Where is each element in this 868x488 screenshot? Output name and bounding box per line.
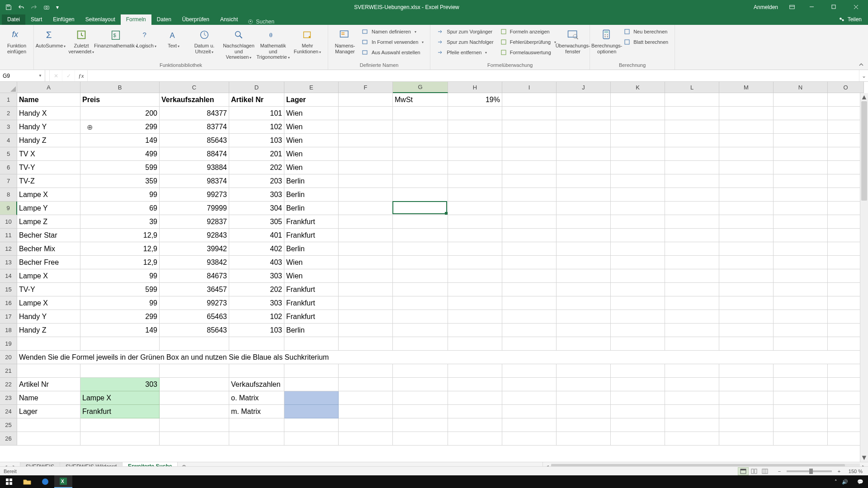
cell-H15[interactable] — [448, 283, 502, 296]
cell-G19[interactable] — [393, 337, 448, 351]
cell-M21[interactable] — [719, 364, 774, 378]
notifications-icon[interactable]: 💬 — [857, 479, 863, 485]
cell-N18[interactable] — [774, 324, 828, 337]
cell-F10[interactable] — [339, 215, 393, 229]
share-button[interactable]: Teilen — [832, 14, 868, 25]
cell-N26[interactable] — [774, 432, 828, 446]
cell-E3[interactable]: Wien — [284, 120, 339, 134]
cell-G16[interactable] — [393, 296, 448, 310]
row-header-6[interactable]: 6 — [0, 161, 17, 174]
cell-H22[interactable] — [448, 378, 502, 391]
cell-F1[interactable] — [339, 93, 393, 107]
cell-D22[interactable]: Verkaufszahlen — [229, 378, 284, 391]
cell-L23[interactable] — [665, 391, 719, 405]
lib-datum-u-uhrzeit-button[interactable]: Datum u. Uhrzeit▾ — [188, 27, 221, 55]
tell-me-search[interactable]: Suchen — [243, 19, 279, 25]
cell-O12[interactable] — [828, 242, 864, 256]
row-header-24[interactable]: 24 — [0, 405, 17, 418]
cell-E11[interactable]: Frankfurt — [284, 229, 339, 242]
cell-B22[interactable]: 303 — [80, 378, 160, 391]
cell-I24[interactable] — [502, 405, 557, 418]
cell-A19[interactable] — [17, 337, 80, 351]
cell-C1[interactable]: Verkaufszahlen — [160, 93, 229, 107]
cell-D9[interactable]: 304 — [229, 202, 284, 215]
row-header-8[interactable]: 8 — [0, 188, 17, 202]
cell-H16[interactable] — [448, 296, 502, 310]
cell-D24[interactable]: m. Matrix — [229, 405, 284, 418]
cell-G22[interactable] — [393, 378, 448, 391]
cell-A8[interactable]: Lampe X — [17, 188, 80, 202]
cell-E17[interactable]: Frankfurt — [284, 310, 339, 324]
cell-I1[interactable] — [502, 93, 557, 107]
row-header-18[interactable]: 18 — [0, 324, 17, 337]
cell-I15[interactable] — [502, 283, 557, 296]
cell-F23[interactable] — [339, 391, 393, 405]
cell-D26[interactable] — [229, 432, 284, 446]
defined-names-2[interactable]: Aus Auswahl erstellen — [359, 47, 426, 57]
lib-finanzmathematik-button[interactable]: $Finanzmathematik▾ — [99, 27, 132, 50]
cell-B12[interactable]: 12,9 — [80, 242, 160, 256]
cell-J23[interactable] — [557, 391, 611, 405]
cell-J1[interactable] — [557, 93, 611, 107]
cell-O7[interactable] — [828, 174, 864, 188]
cell-D18[interactable]: 103 — [229, 324, 284, 337]
cell-D25[interactable] — [229, 418, 284, 432]
cell-F22[interactable] — [339, 378, 393, 391]
zoom-level[interactable]: 150 % — [843, 469, 864, 474]
cell-O5[interactable] — [828, 147, 864, 161]
cell-L12[interactable] — [665, 242, 719, 256]
cell-O18[interactable] — [828, 324, 864, 337]
cell-A20[interactable]: Wenden Sie die Formel jeweils in der Grü… — [17, 351, 864, 364]
cell-E12[interactable]: Berlin — [284, 242, 339, 256]
cell-A17[interactable]: Handy Y — [17, 310, 80, 324]
cell-G23[interactable] — [393, 391, 448, 405]
cell-J3[interactable] — [557, 120, 611, 134]
col-header-F[interactable]: F — [339, 82, 393, 93]
cell-L19[interactable] — [665, 337, 719, 351]
redo-icon[interactable] — [29, 2, 39, 12]
cell-N8[interactable] — [774, 188, 828, 202]
tab-überprüfen[interactable]: Überprüfen — [177, 14, 215, 25]
cell-B4[interactable]: 149 — [80, 134, 160, 147]
cell-O15[interactable] — [828, 283, 864, 296]
cell-H24[interactable] — [448, 405, 502, 418]
calc-1[interactable]: Blatt berechnen — [621, 37, 671, 47]
row-header-19[interactable]: 19 — [0, 337, 17, 351]
calc-0[interactable]: Neu berechnen — [621, 27, 671, 37]
cell-H9[interactable] — [448, 202, 502, 215]
cell-E4[interactable]: Wien — [284, 134, 339, 147]
cell-N21[interactable] — [774, 364, 828, 378]
row-header-16[interactable]: 16 — [0, 296, 17, 310]
cell-L16[interactable] — [665, 296, 719, 310]
col-header-E[interactable]: E — [284, 82, 339, 93]
file-explorer-icon[interactable] — [18, 475, 36, 488]
cell-H6[interactable] — [448, 161, 502, 174]
formula-input[interactable] — [88, 70, 859, 81]
cell-K25[interactable] — [611, 418, 665, 432]
cell-J2[interactable] — [557, 107, 611, 120]
cell-A4[interactable]: Handy Z — [17, 134, 80, 147]
cell-N14[interactable] — [774, 269, 828, 283]
cell-C11[interactable]: 92843 — [160, 229, 229, 242]
cell-F24[interactable] — [339, 405, 393, 418]
cell-N11[interactable] — [774, 229, 828, 242]
cell-D17[interactable]: 102 — [229, 310, 284, 324]
lib-autosumme-button[interactable]: ΣAutoSumme▾ — [38, 27, 64, 50]
cell-A3[interactable]: Handy Y — [17, 120, 80, 134]
normal-view-button[interactable] — [738, 467, 749, 475]
cell-J19[interactable] — [557, 337, 611, 351]
cell-O17[interactable] — [828, 310, 864, 324]
row-header-2[interactable]: 2 — [0, 107, 17, 120]
cell-N16[interactable] — [774, 296, 828, 310]
cell-G6[interactable] — [393, 161, 448, 174]
cell-A21[interactable] — [17, 364, 80, 378]
qat-customize-icon[interactable]: ▾ — [54, 2, 61, 12]
row-header-4[interactable]: 4 — [0, 134, 17, 147]
cell-I11[interactable] — [502, 229, 557, 242]
cell-L25[interactable] — [665, 418, 719, 432]
audit-1[interactable]: Spur zum Nachfolger — [434, 37, 496, 47]
cell-N4[interactable] — [774, 134, 828, 147]
cell-I6[interactable] — [502, 161, 557, 174]
tab-ansicht[interactable]: Ansicht — [215, 14, 243, 25]
cell-N15[interactable] — [774, 283, 828, 296]
